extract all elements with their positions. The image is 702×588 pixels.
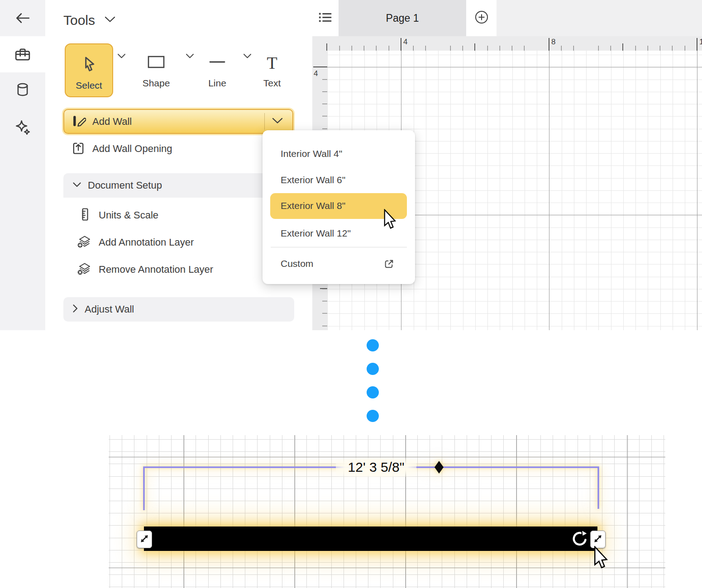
toolbox-icon — [14, 46, 31, 64]
grid-major-line — [549, 51, 549, 330]
line-icon — [208, 55, 226, 71]
continuation-dot — [367, 386, 379, 398]
add-wall-icon — [72, 114, 86, 129]
add-wall-dropdown-chevron-icon[interactable] — [272, 117, 283, 126]
tab-bar-empty — [497, 0, 702, 36]
panel-title: Tools — [63, 13, 95, 28]
menu-divider — [271, 247, 407, 247]
tool-shape-button[interactable]: Shape — [135, 45, 177, 95]
add-annotation-layer-label: Add Annotation Layer — [99, 237, 194, 248]
text-tool-icon: T — [267, 55, 277, 71]
grid-major-line — [327, 67, 702, 67]
tool-row: Select Shape Line — [45, 42, 312, 98]
menu-item-exterior-wall-12[interactable]: Exterior Wall 12" — [272, 223, 406, 243]
select-options-chevron-icon[interactable] — [117, 52, 126, 61]
app-window: Tools Select Shape — [0, 0, 702, 588]
dimension-label[interactable]: 12' 3 5/8" — [336, 458, 416, 477]
tab-page-1-label: Page 1 — [386, 12, 419, 24]
database-icon — [14, 81, 31, 100]
add-annotation-layer-item[interactable]: Add Annotation Layer — [77, 232, 194, 253]
tool-select-label: Select — [76, 80, 102, 91]
hruler-label: 8 — [551, 38, 555, 47]
back-arrow-icon — [14, 10, 31, 28]
resize-diagonal-icon — [592, 533, 603, 546]
horizontal-ruler: 4 8 12 — [312, 36, 702, 51]
add-wall-opening-button[interactable]: Add Wall Opening — [72, 138, 172, 159]
hruler-major-tick — [549, 38, 549, 51]
sidebar-item-ai[interactable] — [0, 116, 45, 141]
continuation-dot — [367, 410, 379, 422]
remove-annotation-layer-label: Remove Annotation Layer — [99, 264, 213, 275]
line-options-chevron-icon[interactable] — [243, 52, 252, 61]
vruler-label: 4 — [314, 69, 318, 78]
add-wall-opening-label: Add Wall Opening — [92, 143, 172, 155]
layers-x-icon — [77, 261, 91, 278]
grid-major-line — [627, 435, 628, 588]
wall-type-menu: Interior Wall 4" Exterior Wall 6" Exteri… — [263, 130, 415, 284]
ruler-icon — [78, 207, 91, 223]
shape-options-chevron-icon[interactable] — [186, 52, 194, 61]
tool-line-label: Line — [208, 78, 226, 89]
continuation-dot — [367, 339, 379, 351]
hruler-major-tick — [697, 38, 697, 51]
sidebar-item-data[interactable] — [0, 78, 45, 103]
remove-annotation-layer-item[interactable]: Remove Annotation Layer — [77, 259, 213, 280]
grid-major-line — [697, 51, 697, 330]
rotate-handle-icon[interactable] — [570, 529, 591, 550]
document-setup-header[interactable]: Document Setup — [63, 173, 294, 198]
tool-line-button[interactable]: Line — [196, 45, 238, 95]
menu-item-exterior-wall-8[interactable]: Exterior Wall 8" — [272, 196, 406, 216]
resize-diagonal-icon — [139, 533, 150, 546]
continuation-dot — [367, 363, 379, 375]
document-setup-label: Document Setup — [88, 180, 162, 191]
hruler-label: 12 — [699, 38, 702, 47]
chevron-down-icon — [104, 16, 116, 25]
select-cursor-icon — [80, 55, 99, 76]
hruler-label: 4 — [403, 38, 407, 47]
tab-page-1[interactable]: Page 1 — [339, 0, 466, 36]
adjust-wall-header[interactable]: Adjust Wall — [63, 297, 294, 322]
wall-segment[interactable] — [144, 526, 597, 551]
add-wall-button[interactable]: Add Wall — [63, 109, 293, 134]
tool-shape-label: Shape — [143, 78, 170, 89]
add-wall-opening-icon — [72, 141, 85, 156]
adjust-wall-label: Adjust Wall — [85, 303, 134, 315]
wall-resize-handle-left[interactable] — [137, 531, 152, 548]
page-list-icon — [318, 11, 333, 25]
page-list-button[interactable] — [312, 0, 339, 36]
tool-text-button[interactable]: T Text — [251, 45, 293, 95]
layers-plus-icon — [77, 234, 91, 251]
menu-item-interior-wall-4[interactable]: Interior Wall 4" — [272, 144, 406, 164]
grid-major-line — [109, 568, 665, 568]
tool-select-button[interactable]: Select — [65, 43, 113, 97]
add-wall-divider — [264, 113, 265, 130]
vruler-major-tick — [313, 66, 327, 67]
panel-header[interactable]: Tools — [63, 13, 116, 28]
circle-plus-icon — [474, 9, 489, 27]
grid-major-line — [109, 457, 665, 457]
sparkles-icon — [14, 119, 31, 138]
chevron-down-icon — [72, 181, 81, 190]
add-page-button[interactable] — [466, 0, 497, 36]
menu-item-exterior-wall-6[interactable]: Exterior Wall 6" — [272, 170, 406, 190]
dimension-diamond-handle[interactable] — [435, 461, 444, 474]
hruler-major-tick — [401, 38, 401, 51]
page-tab-bar: Page 1 — [312, 0, 702, 36]
wall-resize-handle-right[interactable] — [590, 531, 606, 548]
icon-sidebar — [0, 0, 45, 330]
units-scale-label: Units & Scale — [99, 209, 158, 221]
back-button[interactable] — [0, 6, 45, 32]
chevron-right-icon — [72, 304, 78, 315]
tool-text-label: Text — [263, 78, 281, 89]
sidebar-item-shapes[interactable] — [0, 42, 45, 67]
units-scale-item[interactable]: Units & Scale — [78, 205, 158, 226]
external-link-icon — [383, 258, 395, 271]
hruler-medium-ticks — [312, 43, 702, 51]
shape-icon — [147, 55, 165, 71]
add-wall-label: Add Wall — [92, 116, 132, 128]
